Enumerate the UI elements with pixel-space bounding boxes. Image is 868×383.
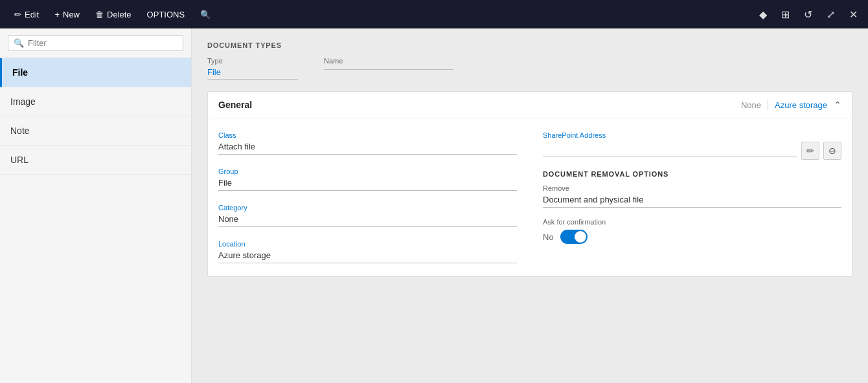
class-field: Class Attach file xyxy=(218,131,517,155)
type-field: Type File xyxy=(207,57,298,80)
general-panel: General None Azure storage ⌃ Class Attac… xyxy=(207,91,852,277)
confirmation-toggle[interactable] xyxy=(560,230,588,244)
group-field: Group File xyxy=(218,168,517,191)
panel-left: Class Attach file Group File Category No… xyxy=(218,131,517,263)
type-label: Type xyxy=(207,57,298,65)
close-icon-button[interactable]: ✕ xyxy=(847,6,860,23)
confirmation-row: Ask for confirmation No xyxy=(543,218,841,244)
group-value: File xyxy=(218,178,517,191)
office-icon-button[interactable]: ⊞ xyxy=(779,6,792,23)
sidebar-item-note-label: Note xyxy=(10,126,30,136)
location-value: Azure storage xyxy=(218,250,517,263)
edit-icon: ✏ xyxy=(14,10,21,19)
refresh-icon-button[interactable]: ↺ xyxy=(801,6,815,23)
search-button[interactable]: 🔍 xyxy=(194,7,217,22)
removal-title: DOCUMENT REMOVAL OPTIONS xyxy=(543,170,841,178)
toggle-track xyxy=(560,230,588,244)
group-label: Group xyxy=(218,168,517,175)
edit-label: Edit xyxy=(25,10,39,19)
storage-azure-option[interactable]: Azure storage xyxy=(775,100,827,110)
remove-label: Remove xyxy=(543,184,841,192)
storage-none-option[interactable]: None xyxy=(741,100,761,110)
no-label: No xyxy=(543,232,554,242)
remove-value: Document and physical file xyxy=(543,195,841,208)
new-icon: + xyxy=(54,10,60,19)
panel-header: General None Azure storage ⌃ xyxy=(208,92,852,118)
remove-field: Remove Document and physical file xyxy=(543,184,841,208)
category-field: Category None xyxy=(218,204,517,227)
popout-icon-button[interactable]: ⤢ xyxy=(824,6,838,23)
delete-label: Delete xyxy=(107,10,131,19)
sidebar-item-note[interactable]: Note xyxy=(0,116,191,146)
name-field: Name xyxy=(324,57,453,70)
sidebar-item-image-label: Image xyxy=(10,96,36,107)
sharepoint-input[interactable] xyxy=(543,144,797,157)
toolbar: ✏ Edit + New 🗑 Delete OPTIONS 🔍 ◆ ⊞ ↺ ⤢ … xyxy=(0,0,868,28)
toolbar-right: ◆ ⊞ ↺ ⤢ ✕ xyxy=(757,6,860,23)
options-label: OPTIONS xyxy=(147,10,185,19)
search-icon: 🔍 xyxy=(200,10,211,19)
main-layout: 🔍 File Image Note URL DOCUMENT TYPES Typ xyxy=(0,28,868,383)
location-field: Location Azure storage xyxy=(218,240,517,263)
removal-section: DOCUMENT REMOVAL OPTIONS Remove Document… xyxy=(543,170,841,208)
doc-type-row: Type File Name xyxy=(207,57,852,80)
panel-body: Class Attach file Group File Category No… xyxy=(208,118,852,276)
pencil-icon: ✏ xyxy=(806,146,814,156)
sidebar-item-url[interactable]: URL xyxy=(0,146,191,175)
category-label: Category xyxy=(218,204,517,212)
category-value: None xyxy=(218,214,517,227)
panel-right: SharePoint Address ✏ ⊖ xyxy=(543,131,841,263)
type-value[interactable]: File xyxy=(207,67,298,80)
name-label: Name xyxy=(324,57,453,65)
confirmation-label: Ask for confirmation xyxy=(543,218,841,226)
panel-title: General xyxy=(218,100,252,110)
toggle-row: No xyxy=(543,230,841,244)
sidebar-filter-area: 🔍 xyxy=(0,28,191,58)
sharepoint-label: SharePoint Address xyxy=(543,131,841,139)
filter-input[interactable] xyxy=(28,38,177,48)
delete-icon: 🗑 xyxy=(95,10,104,19)
sidebar-list: File Image Note URL xyxy=(0,58,191,383)
section-title: DOCUMENT TYPES xyxy=(207,41,852,49)
chevron-up-icon: ⌃ xyxy=(834,100,841,110)
new-label: New xyxy=(63,10,80,19)
sidebar-item-file[interactable]: File xyxy=(0,58,191,87)
sharepoint-remove-button[interactable]: ⊖ xyxy=(823,142,841,160)
class-value: Attach file xyxy=(218,142,517,155)
header-divider xyxy=(768,100,768,110)
filter-input-wrap[interactable]: 🔍 xyxy=(8,35,183,51)
sharepoint-row: ✏ ⊖ xyxy=(543,142,841,160)
delete-button[interactable]: 🗑 Delete xyxy=(89,7,138,22)
name-value[interactable] xyxy=(324,67,453,70)
sharepoint-edit-button[interactable]: ✏ xyxy=(801,142,819,160)
toggle-thumb xyxy=(575,231,586,243)
sharepoint-field: SharePoint Address ✏ ⊖ xyxy=(543,131,841,160)
sidebar-item-image[interactable]: Image xyxy=(0,87,191,116)
collapse-button[interactable]: ⌃ xyxy=(834,100,841,110)
sidebar-item-file-label: File xyxy=(12,67,28,78)
minus-circle-icon: ⊖ xyxy=(828,146,836,156)
edit-button[interactable]: ✏ Edit xyxy=(8,7,45,22)
new-button[interactable]: + New xyxy=(48,7,86,22)
class-label: Class xyxy=(218,131,517,139)
sidebar-item-url-label: URL xyxy=(10,155,29,165)
filter-icon: 🔍 xyxy=(14,38,24,48)
options-button[interactable]: OPTIONS xyxy=(141,7,192,22)
location-label: Location xyxy=(218,240,517,248)
content-area: DOCUMENT TYPES Type File Name General No… xyxy=(192,28,868,383)
panel-header-right: None Azure storage ⌃ xyxy=(741,100,841,110)
sidebar: 🔍 File Image Note URL xyxy=(0,28,192,383)
diamond-icon-button[interactable]: ◆ xyxy=(757,6,770,23)
